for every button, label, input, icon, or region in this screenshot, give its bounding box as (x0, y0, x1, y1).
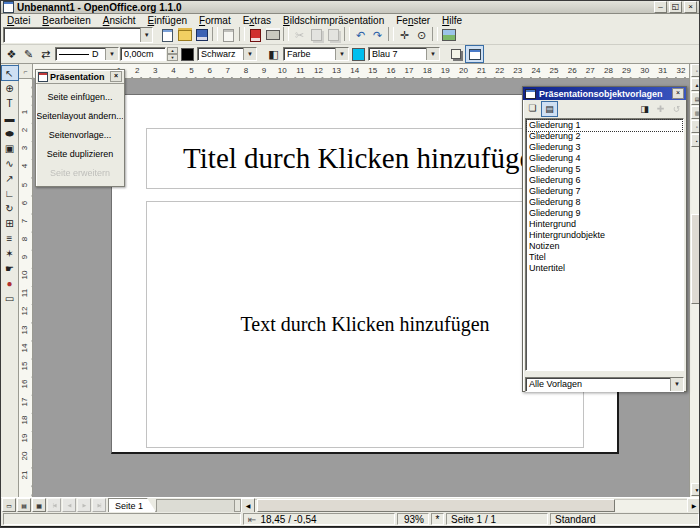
url-dropdown-arrow-icon[interactable]: ▼ (140, 28, 152, 42)
paste-icon[interactable] (325, 27, 342, 43)
fill-format-mode-icon[interactable]: ◨ (637, 102, 652, 116)
vertical-scrollbar[interactable]: ▫ ▲▤▥▫▪ ▼ (689, 64, 700, 497)
zoom-tool-icon[interactable]: ⊕ (2, 81, 18, 96)
area-dialog-icon[interactable]: ◧ (265, 46, 282, 62)
hscroll-right-icon[interactable]: ▶ (687, 498, 700, 513)
ellipse-tool-icon[interactable]: ⬬ (2, 126, 18, 141)
edit-file-icon[interactable] (220, 27, 237, 43)
style-item[interactable]: Gliederung 5 (527, 164, 682, 175)
duplicate-page-button[interactable]: Seite duplizieren (37, 144, 123, 163)
save-icon[interactable] (193, 27, 210, 43)
line-dialog-icon[interactable]: ✎ (20, 46, 37, 62)
menu-ansicht[interactable]: Ansicht (97, 15, 142, 26)
style-item[interactable]: Gliederung 4 (527, 153, 682, 164)
style-item[interactable]: Notizen (527, 241, 682, 252)
hscroll-left-icon[interactable]: ◀ (241, 498, 255, 513)
line-style-combobox[interactable]: D ▼ (55, 47, 119, 61)
menu-einfuegen[interactable]: Einfügen (142, 15, 193, 26)
edit-points-icon[interactable]: ❖ (3, 46, 20, 62)
page-tab[interactable]: Seite 1 (108, 498, 156, 512)
style-filter-dropdown-arrow-icon[interactable]: ▼ (670, 378, 683, 391)
fill-type-dropdown-arrow-icon[interactable]: ▼ (335, 48, 348, 60)
navigator-icon[interactable]: ✛ (396, 27, 413, 43)
separator[interactable] (212, 27, 218, 41)
arrange-icon[interactable]: ≡ (2, 231, 18, 246)
drawing-view-button[interactable]: ▭ (2, 498, 16, 512)
fill-type-combobox[interactable]: Farbe ▼ (283, 47, 349, 61)
style-item[interactable]: Gliederung 6 (527, 175, 682, 186)
horizontal-scrollbar[interactable] (255, 499, 687, 512)
fill-color-dropdown-arrow-icon[interactable]: ▼ (426, 48, 439, 60)
style-item[interactable]: Gliederung 3 (527, 142, 682, 153)
menu-datei[interactable]: Datei (1, 15, 36, 26)
first-page-button[interactable]: |◀ (47, 498, 61, 512)
arrow-style-icon[interactable]: ⇄ (37, 46, 54, 62)
line-style-dropdown-arrow-icon[interactable]: ▼ (105, 48, 118, 60)
text-tool-icon[interactable]: T (2, 96, 18, 111)
update-style-icon[interactable]: ↺ (669, 102, 684, 116)
expand-page-button[interactable]: Seite erweitern (37, 163, 123, 182)
new-style-from-selection-icon[interactable]: ✚ (653, 102, 668, 116)
new-document-icon[interactable] (159, 27, 176, 43)
prev-page-button[interactable]: ◀ (62, 498, 76, 512)
separator[interactable] (239, 27, 245, 41)
presentation-screen-icon[interactable]: ▭ (2, 291, 18, 306)
scrollbar-corner-button[interactable]: ▫ (691, 64, 700, 77)
modify-page-layout-button[interactable]: Seitenlayout ändern... (37, 106, 123, 125)
undo-icon[interactable]: ↶ (352, 27, 369, 43)
menu-fenster[interactable]: Fenster (390, 15, 436, 26)
line-width-stepper[interactable]: ▲▼ (167, 47, 178, 61)
separator[interactable] (344, 27, 350, 41)
print-icon[interactable] (264, 27, 281, 43)
scrollbar-splitter[interactable] (234, 499, 241, 512)
curve-tool-icon[interactable]: ∿ (2, 156, 18, 171)
style-item[interactable]: Gliederung 7 (527, 186, 682, 197)
style-item[interactable]: Gliederung 1 (527, 120, 682, 131)
outline-view-button[interactable]: ▤ (17, 498, 31, 512)
line-color-dropdown-arrow-icon[interactable]: ▼ (243, 48, 256, 60)
slides-view-button[interactable]: ▦ (32, 498, 46, 512)
style-item[interactable]: Untertitel (527, 263, 682, 274)
fill-color-combobox[interactable]: Blau 7 ▼ (368, 47, 440, 61)
line-color-combobox[interactable]: Schwarz ▼ (197, 47, 257, 61)
alignment-icon[interactable]: ⊞ (2, 216, 18, 231)
shadow-icon[interactable] (447, 46, 464, 62)
style-item[interactable]: Gliederung 8 (527, 197, 682, 208)
menu-format[interactable]: Format (193, 15, 237, 26)
separator[interactable] (283, 27, 289, 41)
style-item[interactable]: Gliederung 2 (527, 131, 682, 142)
body-text-placeholder[interactable]: Text durch Klicken hinzufügen (146, 201, 584, 448)
select-icon[interactable]: ↖ (1, 65, 19, 81)
style-filter-combobox[interactable]: Alle Vorlagen ▼ (525, 377, 684, 392)
status-zoom-field[interactable]: 93% (397, 513, 429, 525)
vscroll-page-button-1[interactable]: ▤ (691, 92, 700, 105)
separator[interactable] (388, 27, 394, 41)
menu-bearbeiten[interactable]: Bearbeiten (36, 15, 96, 26)
menu-hilfe[interactable]: Hilfe (436, 15, 468, 26)
rotate-tool-icon[interactable]: ↻ (2, 201, 18, 216)
interaction-icon[interactable]: ☛ (2, 261, 18, 276)
open-icon[interactable] (176, 27, 193, 43)
presentation-styles-toggle[interactable] (465, 45, 484, 63)
insert-page-button[interactable]: Seite einfügen... (37, 87, 123, 106)
3d-objects-icon[interactable]: ▣ (2, 141, 18, 156)
redo-icon[interactable]: ↷ (369, 27, 386, 43)
graphics-styles-icon[interactable]: ❏ (525, 101, 540, 115)
effects-icon[interactable]: ✶ (2, 246, 18, 261)
style-item[interactable]: Hintergrund (527, 219, 682, 230)
vscroll-page-button-4[interactable]: ▪ (691, 134, 700, 147)
presentation-styles-icon[interactable]: ▤ (541, 101, 558, 117)
vscroll-up-button[interactable]: ▲ (691, 78, 700, 91)
gallery-icon[interactable] (440, 27, 457, 43)
minimize-button[interactable]: – (654, 1, 667, 13)
zoom-icon[interactable]: ⊙ (413, 27, 430, 43)
title-placeholder[interactable]: Titel durch Klicken hinzufügen (146, 128, 584, 189)
presentation-palette-titlebar[interactable]: Präsentation × (36, 70, 124, 84)
connector-tool-icon[interactable]: ∟ (2, 186, 18, 201)
style-item[interactable]: Titel (527, 252, 682, 263)
vscroll-down-icon[interactable]: ▼ (691, 483, 700, 496)
export-pdf-icon[interactable] (247, 27, 264, 43)
url-combobox[interactable]: ▼ (3, 27, 153, 43)
copy-icon[interactable] (308, 27, 325, 43)
page-style-button[interactable]: Seitenvorlage... (37, 125, 123, 144)
